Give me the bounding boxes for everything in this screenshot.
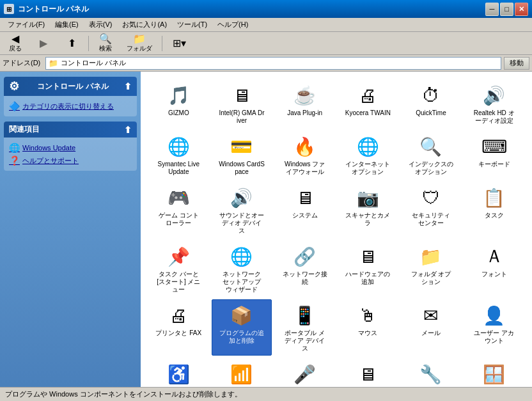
icon-label: Java Plug-in xyxy=(287,109,322,117)
icon-item[interactable]: ✉ メール xyxy=(401,299,462,356)
icon-image: 🛡 xyxy=(418,185,444,210)
icon-image: 📷 xyxy=(355,185,380,210)
icon-item[interactable]: ♿ ユーザー補助のオプション xyxy=(148,358,209,387)
icon-item[interactable]: 🎵 GIZMO xyxy=(148,79,209,128)
icon-label: システム xyxy=(292,212,318,219)
icon-item[interactable]: 🖥 画面 xyxy=(338,358,398,387)
icon-item[interactable]: 🌐 Symantec LiveUpdate xyxy=(148,130,209,179)
icon-image: 📋 xyxy=(481,185,507,210)
titlebar: ⊞ コントロール パネル ─ □ ✕ xyxy=(0,0,532,18)
icon-image: 🌐 xyxy=(166,134,191,159)
icon-item[interactable]: 💳 Windows CardSpace xyxy=(212,130,272,179)
menu-file[interactable]: ファイル(F) xyxy=(3,19,50,31)
menu-view[interactable]: 表示(V) xyxy=(84,19,118,31)
collapse-icon[interactable]: ⬆ xyxy=(124,81,132,91)
icon-image: ♿ xyxy=(166,361,191,387)
icon-image: 📌 xyxy=(166,244,191,269)
icon-item[interactable]: ⏱ QuickTime xyxy=(401,79,462,128)
icon-item[interactable]: 🌐 インターネット オプション xyxy=(338,130,398,179)
icon-label: サウンドとオーディオ デバイス xyxy=(219,212,265,235)
icon-label: プログラムの追加と削除 xyxy=(219,329,265,345)
icon-label: キーボード xyxy=(478,161,510,168)
icon-item[interactable]: 🔥 Windows ファイアウォール xyxy=(274,130,335,179)
icon-image: 🎤 xyxy=(292,361,318,387)
icon-item[interactable]: 📁 フォルダ オプション xyxy=(401,240,462,297)
menu-edit[interactable]: 編集(E) xyxy=(50,19,84,31)
sidebar-item-help-support[interactable]: ❓ ヘルプとサポート xyxy=(9,154,132,167)
icon-item[interactable]: 🖨 プリンタと FAX xyxy=(148,299,209,356)
go-button[interactable]: 移動 xyxy=(504,57,529,70)
up-button[interactable]: ⬆ xyxy=(59,34,84,53)
menubar: ファイル(F) 編集(E) 表示(V) お気に入り(A) ツール(T) ヘルプ(… xyxy=(0,18,532,32)
search-label: 検索 xyxy=(99,44,112,53)
menu-help[interactable]: ヘルプ(H) xyxy=(212,19,253,31)
icon-item[interactable]: 🔧 管理ツール xyxy=(401,358,462,387)
icon-image: 🌐 xyxy=(355,134,380,159)
windows-update-label: Windows Update xyxy=(22,144,75,152)
sidebar: ⚙ コントロール パネル ⬆ 🔷 カテゴリの表示に切り替える 関連項目 ⬆ 🌐 … xyxy=(0,72,141,387)
minimize-button[interactable]: ─ xyxy=(485,3,499,16)
menu-tools[interactable]: ツール(T) xyxy=(172,19,212,31)
statusbar-text: プログラムや Windows コンポーネントをインストールおよび削除します。 xyxy=(5,389,242,399)
icon-label: Realtek HD オーディオ設定 xyxy=(471,109,517,125)
icon-item[interactable]: 🪟 自動更新 xyxy=(464,358,524,387)
back-label: 戻る xyxy=(9,44,22,53)
forward-button[interactable]: ▶ xyxy=(31,34,56,53)
addressbar-value: コントロール パネル xyxy=(61,58,126,68)
menu-favorites[interactable]: お気に入り(A) xyxy=(117,19,172,31)
forward-icon: ▶ xyxy=(40,38,47,49)
icon-label: ユーザー アカウント xyxy=(471,329,517,345)
category-icon: 🔷 xyxy=(9,101,20,111)
icon-item[interactable]: 🖱 マウス xyxy=(338,299,398,356)
addressbar-input[interactable]: 📁 コントロール パネル xyxy=(45,57,501,70)
icon-item[interactable]: 📶 ワイヤレス ネットワーク セット... xyxy=(212,358,272,387)
icon-item[interactable]: 🖥 ハードウェアの追加 xyxy=(338,240,398,297)
views-button[interactable]: ⊞▾ xyxy=(166,34,192,53)
sidebar-related-section: 関連項目 ⬆ 🌐 Windows Update ❓ ヘルプとサポート xyxy=(4,122,137,171)
sidebar-panel-header: ⚙ コントロール パネル ⬆ xyxy=(4,77,137,96)
icon-item[interactable]: 🖥 Intel(R) GMA Driver xyxy=(212,79,272,128)
icon-item[interactable]: ☕ Java Plug-in xyxy=(274,79,335,128)
sidebar-item-windows-update[interactable]: 🌐 Windows Update xyxy=(9,141,132,154)
icon-label: ハードウェアの追加 xyxy=(345,271,391,286)
folders-button[interactable]: 📁 フォルダ xyxy=(121,34,158,53)
icon-image: 🔧 xyxy=(418,361,444,387)
icon-image: ⌨ xyxy=(481,134,507,159)
icon-image: 📦 xyxy=(229,303,254,328)
icon-item[interactable]: 🖥 システム xyxy=(274,182,335,238)
icon-item[interactable]: 🔍 インデックスのオプション xyxy=(401,130,462,179)
close-button[interactable]: ✕ xyxy=(515,3,528,16)
icon-item[interactable]: 📱 ポータブル メディア デバイス xyxy=(274,299,335,356)
icon-item[interactable]: ⌨ キーボード xyxy=(464,130,524,179)
icon-item[interactable]: 🎮 ゲーム コントローラー xyxy=(148,182,209,238)
maximize-button[interactable]: □ xyxy=(500,3,513,16)
icon-item[interactable]: 🎤 音声認識 xyxy=(274,358,335,387)
icon-item[interactable]: 🛡 セキュリティ センター xyxy=(401,182,462,238)
icon-item[interactable]: 📋 タスク xyxy=(464,182,524,238)
icon-item[interactable]: 👤 ユーザー アカウント xyxy=(464,299,524,356)
help-support-label: ヘルプとサポート xyxy=(22,156,79,166)
icon-label: Windows ファイアウォール xyxy=(282,161,328,176)
icon-label: QuickTime xyxy=(416,109,446,117)
toolbar: ◀ 戻る ▶ ⬆ 🔍 検索 📁 フォルダ ⊞▾ xyxy=(0,32,532,55)
search-button[interactable]: 🔍 検索 xyxy=(93,34,118,53)
icon-image: ⏱ xyxy=(418,83,444,108)
icon-item[interactable]: 🖨 Kyocera TWAIN xyxy=(338,79,398,128)
toolbar-separator-1 xyxy=(88,36,89,51)
icon-label: Kyocera TWAIN xyxy=(345,109,391,117)
icon-item[interactable]: 📌 タスク バーと [スタート] メニュー xyxy=(148,240,209,297)
icon-item[interactable]: 🔊 Realtek HD オーディオ設定 xyxy=(464,79,524,128)
titlebar-buttons: ─ □ ✕ xyxy=(485,3,528,16)
icon-item[interactable]: 🌐 ネットワーク セットアップ ウィザード xyxy=(212,240,272,297)
content-area: 🎵 GIZMO 🖥 Intel(R) GMA Driver ☕ Java Plu… xyxy=(141,72,532,387)
icon-item[interactable]: Ａ フォント xyxy=(464,240,524,297)
back-button[interactable]: ◀ 戻る xyxy=(3,34,28,53)
icon-item[interactable]: 📦 プログラムの追加と削除 xyxy=(212,299,272,356)
icon-item[interactable]: 🔗 ネットワーク接続 xyxy=(274,240,335,297)
icon-item[interactable]: 🔊 サウンドとオーディオ デバイス xyxy=(212,182,272,238)
related-collapse-icon[interactable]: ⬆ xyxy=(124,125,132,135)
icon-item[interactable]: 📷 スキャナとカメラ xyxy=(338,182,398,238)
icon-label: プリンタと FAX xyxy=(155,329,201,337)
category-view-link[interactable]: 🔷 カテゴリの表示に切り替える xyxy=(9,100,132,113)
titlebar-title: コントロール パネル xyxy=(18,4,485,15)
